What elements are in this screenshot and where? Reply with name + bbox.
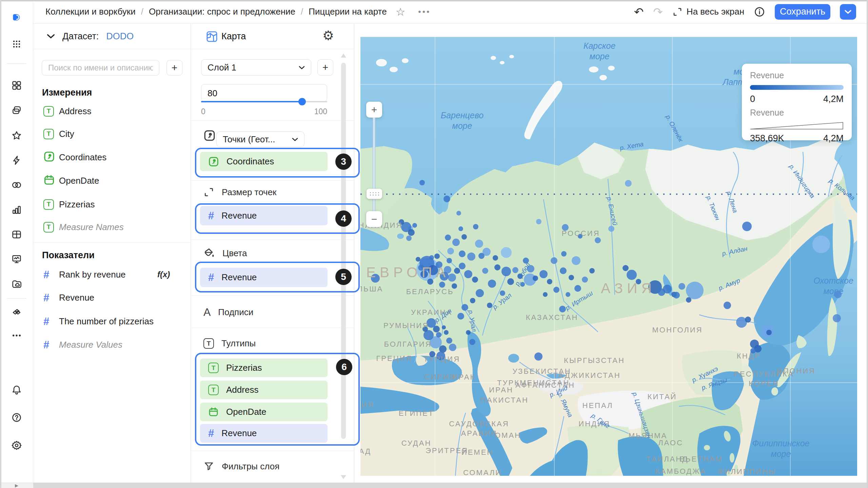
panel-scrollbar[interactable] xyxy=(340,51,347,479)
dataset-header[interactable]: Датасет: DODO xyxy=(33,24,191,49)
field-number-of-pizzerias[interactable]: # The number of pizzerias xyxy=(33,313,191,329)
map-point[interactable] xyxy=(452,283,457,289)
map-point[interactable] xyxy=(459,263,466,269)
map-point[interactable] xyxy=(478,253,485,259)
map-point[interactable] xyxy=(488,280,496,288)
dataset-name-link[interactable]: DODO xyxy=(106,31,134,42)
field-rank-by-revenue[interactable]: # Rank by revenue f(x) xyxy=(33,266,191,283)
tooltip-chip-pizzerias[interactable]: T Pizzerias xyxy=(200,359,328,377)
map-point[interactable] xyxy=(399,219,404,225)
map-point[interactable] xyxy=(547,279,552,284)
map-point[interactable] xyxy=(472,277,478,283)
geometry-type-select[interactable]: Точки (Геот... xyxy=(216,131,304,147)
map-point[interactable] xyxy=(512,267,518,273)
scrollbar-thumb[interactable] xyxy=(341,63,346,439)
map-point[interactable] xyxy=(454,268,460,274)
layer-select[interactable]: Слой 1 xyxy=(201,59,311,76)
field-measure-values[interactable]: # Measure Values xyxy=(33,337,191,353)
map-point[interactable] xyxy=(466,330,471,335)
map-point[interactable] xyxy=(434,253,440,259)
undo-icon[interactable]: ↶ xyxy=(634,6,644,18)
tooltip-chip-address[interactable]: T Address xyxy=(200,381,328,399)
map-point[interactable] xyxy=(476,289,484,297)
map-point[interactable] xyxy=(429,351,435,357)
notifications-bell-icon[interactable] xyxy=(11,384,22,395)
map-point[interactable] xyxy=(406,236,412,241)
map-point[interactable] xyxy=(447,258,452,263)
apps-grid-icon[interactable] xyxy=(11,38,22,50)
map-point[interactable] xyxy=(812,236,830,253)
map-point[interactable] xyxy=(561,251,567,257)
map-point[interactable] xyxy=(493,255,498,261)
map-point[interactable] xyxy=(440,272,449,281)
map-point[interactable] xyxy=(562,224,569,231)
points-field-chip[interactable]: Coordinates xyxy=(200,152,328,171)
map-point[interactable] xyxy=(433,326,440,332)
map-point[interactable] xyxy=(551,257,557,264)
map-point[interactable] xyxy=(745,317,751,323)
map-point[interactable] xyxy=(446,338,452,344)
map-point[interactable] xyxy=(742,222,752,231)
charts-icon[interactable] xyxy=(11,204,22,216)
map-canvas[interactable]: ЕВРОПААЗИЯПОЛЬШАБЕЛАРУСЬУКРАИНАРУМЫНИЯБО… xyxy=(360,37,857,476)
map-point[interactable] xyxy=(636,279,641,284)
field-coordinates[interactable]: Coordinates xyxy=(33,149,191,165)
map-point[interactable] xyxy=(442,325,446,329)
favorites-icon[interactable] xyxy=(11,130,22,141)
fullscreen-button[interactable]: На весь экран xyxy=(672,6,744,17)
map-point[interactable] xyxy=(834,291,842,298)
map-point[interactable] xyxy=(560,267,567,274)
map-point[interactable] xyxy=(572,256,580,265)
dashboards-icon[interactable] xyxy=(11,80,22,91)
map-point[interactable] xyxy=(461,304,468,311)
map-point[interactable] xyxy=(443,196,450,202)
breadcrumb-collections[interactable]: Коллекции и воркбуки xyxy=(45,6,136,17)
map-point[interactable] xyxy=(469,339,475,345)
map-point[interactable] xyxy=(464,270,472,278)
map-point[interactable] xyxy=(461,234,467,240)
map-point[interactable] xyxy=(475,240,483,248)
zoom-out-button[interactable]: − xyxy=(366,211,382,227)
map-point[interactable] xyxy=(678,283,685,290)
map-point[interactable] xyxy=(543,292,548,297)
map-point[interactable] xyxy=(457,313,464,320)
map-point[interactable] xyxy=(608,226,614,232)
map-point[interactable] xyxy=(533,276,538,281)
layer-filters-row[interactable]: Фильтры слоя xyxy=(203,461,279,472)
map-point[interactable] xyxy=(566,292,570,297)
map-point[interactable] xyxy=(459,250,466,257)
colors-field-chip[interactable]: # Revenue xyxy=(200,268,328,287)
field-address[interactable]: T Address xyxy=(33,103,191,119)
chart-settings-gear-icon[interactable]: ⚙ xyxy=(322,29,334,42)
field-pizzerias[interactable]: T Pizzerias xyxy=(33,196,191,212)
map-point[interactable] xyxy=(439,282,445,288)
map-point[interactable] xyxy=(467,252,475,261)
field-city[interactable]: T City xyxy=(33,126,191,142)
map-point[interactable] xyxy=(536,219,541,224)
map-point[interactable] xyxy=(595,237,601,243)
datasets-icon[interactable] xyxy=(11,229,22,240)
map-point[interactable] xyxy=(470,298,475,303)
zoom-in-button[interactable]: + xyxy=(366,102,382,118)
field-measure-names[interactable]: T Measure Names xyxy=(33,219,191,235)
field-opendate[interactable]: OpenDate xyxy=(33,172,191,189)
map-point[interactable] xyxy=(553,287,559,293)
map-point[interactable] xyxy=(436,332,441,338)
editor-icon[interactable] xyxy=(11,155,22,166)
map-point[interactable] xyxy=(494,264,500,270)
map-point[interactable] xyxy=(500,290,505,296)
breadcrumb-current-chart[interactable]: Пиццерии на карте xyxy=(309,6,387,17)
map-point[interactable] xyxy=(750,348,756,353)
map-point[interactable] xyxy=(436,261,442,268)
map-point[interactable] xyxy=(452,239,460,246)
labels-section-row[interactable]: A Подписи xyxy=(203,306,253,319)
map-point[interactable] xyxy=(766,330,772,335)
map-point[interactable] xyxy=(523,258,529,264)
breadcrumb-workbook[interactable]: Организации: спрос и предложение xyxy=(149,6,295,17)
map-point[interactable] xyxy=(456,211,461,216)
datalens-logo[interactable] xyxy=(11,12,22,23)
add-layer-button[interactable]: + xyxy=(317,59,333,76)
tooltip-chip-opendate[interactable]: OpenDate xyxy=(200,403,328,421)
tooltip-chip-revenue[interactable]: # Revenue xyxy=(200,424,328,443)
storage-folder-icon[interactable] xyxy=(11,278,22,290)
